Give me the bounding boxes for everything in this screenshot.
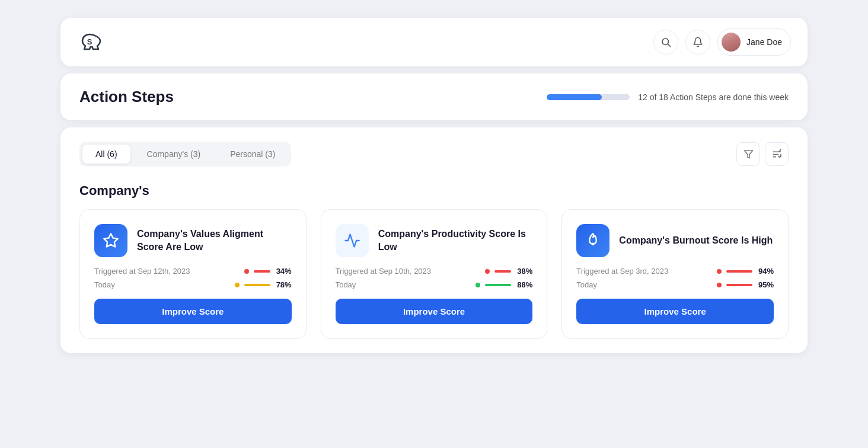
card-stats-2: Triggered at Sep 10th, 2023 38% Today	[336, 267, 533, 289]
progress-bar-track	[547, 94, 630, 100]
card-icon-2	[336, 224, 369, 257]
bell-icon	[693, 37, 703, 47]
stat-bar-today-2	[476, 283, 511, 287]
action-steps-banner: Action Steps 12 of 18 Action Steps are d…	[60, 73, 808, 120]
card-header-1: Company's Values Aligment Score Are Low	[94, 224, 292, 257]
filter-button[interactable]	[736, 142, 760, 166]
svg-marker-9	[104, 233, 117, 247]
stat-line-2	[494, 270, 511, 273]
card-header-2: Company's Productivity Score Is Low	[336, 224, 533, 257]
sort-icon	[772, 149, 782, 159]
svg-marker-4	[744, 151, 752, 158]
flame-icon	[585, 232, 601, 249]
user-name: Jane Doe	[746, 37, 782, 47]
stat-bar-today-1	[235, 283, 270, 287]
tab-companys[interactable]: Company's (3)	[134, 145, 214, 164]
notifications-button[interactable]	[685, 30, 710, 55]
stat-today-label-1: Today	[94, 280, 235, 289]
stat-line-today-2	[485, 284, 511, 286]
filter-icon	[743, 149, 754, 159]
stat-today-label-2: Today	[336, 280, 476, 289]
app-container: S Jane Doe Action Steps	[60, 18, 808, 353]
stat-line-1	[254, 270, 270, 273]
content-card: All (6) Company's (3) Personal (3)	[60, 127, 808, 353]
card-title-1: Company's Values Aligment Score Are Low	[137, 228, 292, 254]
stat-val-today-2: 88%	[511, 280, 532, 289]
stat-today-3: Today 95%	[576, 280, 774, 289]
stat-today-label-3: Today	[576, 280, 717, 289]
cards-grid: Company's Values Aligment Score Are Low …	[79, 209, 789, 339]
card-stats-3: Triggered at Sep 3rd, 2023 94% Today	[576, 267, 774, 289]
stat-val-today-1: 78%	[270, 280, 292, 289]
tab-personal[interactable]: Personal (3)	[217, 145, 288, 164]
svg-line-3	[668, 44, 670, 46]
svg-text:S: S	[87, 37, 92, 46]
stat-triggered-2: Triggered at Sep 10th, 2023 38%	[336, 267, 533, 276]
stat-line-today-1	[244, 284, 270, 286]
card-burnout: Company's Burnout Score Is High Triggere…	[561, 209, 789, 339]
tab-bar: All (6) Company's (3) Personal (3)	[79, 142, 789, 167]
stat-dot-today-2	[476, 283, 480, 287]
stat-dot-1	[244, 269, 249, 274]
avatar	[722, 33, 741, 52]
logo-area: S	[77, 30, 102, 55]
stat-dot-3	[717, 269, 722, 274]
tabs: All (6) Company's (3) Personal (3)	[79, 142, 291, 167]
tab-all[interactable]: All (6)	[82, 145, 130, 164]
stat-val-1: 34%	[270, 267, 292, 276]
improve-btn-3[interactable]: Improve Score	[576, 299, 774, 324]
stat-bar-1	[244, 269, 270, 274]
stat-triggered-1: Triggered at Sep 12th, 2023 34%	[94, 267, 292, 276]
search-icon	[660, 37, 671, 47]
stat-bar-today-3	[717, 283, 752, 287]
header-actions: Jane Doe	[653, 28, 791, 56]
svg-point-10	[592, 243, 595, 246]
stat-dot-today-1	[235, 283, 240, 287]
action-steps-title: Action Steps	[79, 88, 174, 106]
stat-bar-3	[717, 269, 752, 274]
card-title-2: Company's Productivity Score Is Low	[378, 228, 533, 254]
stat-bar-2	[485, 269, 511, 274]
tab-actions	[736, 142, 789, 166]
stat-today-2: Today 88%	[336, 280, 533, 289]
card-stats-1: Triggered at Sep 12th, 2023 34% Today	[94, 267, 292, 289]
chart-icon	[344, 232, 360, 249]
stat-dot-today-3	[717, 283, 722, 287]
stat-today-1: Today 78%	[94, 280, 292, 289]
card-productivity: Company's Productivity Score Is Low Trig…	[321, 209, 548, 339]
improve-btn-2[interactable]: Improve Score	[336, 299, 533, 324]
star-icon	[103, 232, 119, 249]
stat-triggered-label-2: Triggered at Sep 10th, 2023	[336, 267, 486, 276]
brand-logo: S	[77, 30, 102, 55]
improve-btn-1[interactable]: Improve Score	[94, 299, 292, 324]
stat-triggered-label-1: Triggered at Sep 12th, 2023	[94, 267, 244, 276]
stat-triggered-label-3: Triggered at Sep 3rd, 2023	[576, 267, 717, 276]
stat-val-2: 38%	[511, 267, 532, 276]
progress-bar-fill	[547, 94, 601, 100]
header: S Jane Doe	[60, 18, 808, 66]
card-header-3: Company's Burnout Score Is High	[576, 224, 774, 257]
stat-line-3	[726, 270, 752, 273]
stat-line-today-3	[726, 284, 752, 286]
user-profile[interactable]: Jane Doe	[717, 28, 791, 56]
stat-val-3: 94%	[752, 267, 774, 276]
sort-button[interactable]	[765, 142, 789, 166]
stat-val-today-3: 95%	[752, 280, 774, 289]
card-icon-3	[576, 224, 609, 257]
search-button[interactable]	[653, 30, 678, 55]
stat-dot-2	[485, 269, 490, 274]
stat-triggered-3: Triggered at Sep 3rd, 2023 94%	[576, 267, 774, 276]
section-companys-title: Company's	[79, 183, 789, 199]
progress-area: 12 of 18 Action Steps are done this week	[547, 92, 789, 102]
card-title-3: Company's Burnout Score Is High	[619, 234, 773, 247]
card-values-alignment: Company's Values Aligment Score Are Low …	[79, 209, 307, 339]
progress-label: 12 of 18 Action Steps are done this week	[638, 92, 789, 102]
card-icon-1	[94, 224, 127, 257]
